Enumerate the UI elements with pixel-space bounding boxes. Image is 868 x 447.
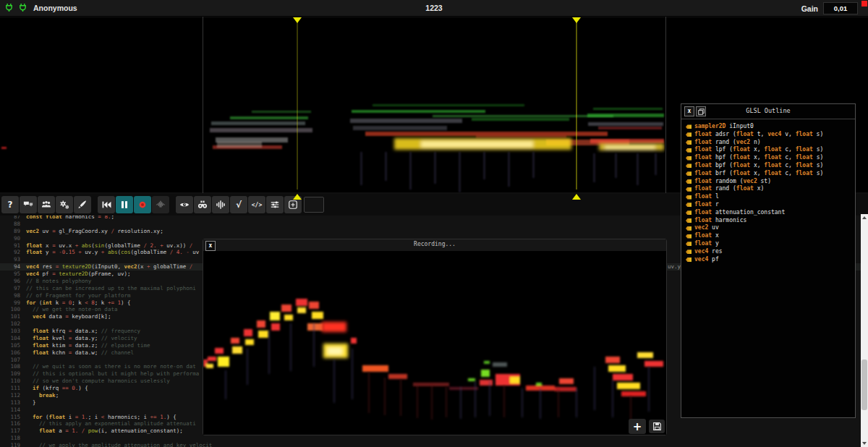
- code-text[interactable]: if (kfrq == 0.) {: [26, 385, 88, 392]
- recording-dialog-title: Recording...: [203, 241, 666, 247]
- code-text[interactable]: for (int k = 0; k < 8; k += 1) {: [26, 299, 131, 307]
- scrollbar-thumb[interactable]: [861, 359, 867, 410]
- outline-item[interactable]: float hpf (float x, float c, float s): [681, 154, 855, 162]
- recording-graphics: [203, 251, 666, 435]
- outline-item[interactable]: vec4 pf: [681, 256, 855, 264]
- code-text[interactable]: float ktim = data.z; // elpased time: [26, 342, 150, 349]
- code-text[interactable]: float a = 1. / pow(i, attenuation_consta…: [26, 427, 183, 435]
- code-text[interactable]: // this apply an exponential amplitude a…: [26, 420, 196, 427]
- outline-item[interactable]: sampler2D iInput0: [681, 123, 855, 131]
- outline-item-label: float l: [694, 193, 719, 201]
- outline-title: GLSL Outline: [681, 107, 855, 114]
- toolbar-pause-button[interactable]: [116, 196, 133, 213]
- outline-item[interactable]: float bpf (float x, float c, float s): [681, 162, 855, 170]
- playhead-marker[interactable]: [572, 17, 581, 190]
- outline-item-label: float r: [694, 201, 719, 209]
- fps-input[interactable]: [304, 197, 324, 213]
- outline-item-label: float bpf (float x, float c, float s): [694, 162, 823, 170]
- scroll-up-icon[interactable]: [861, 214, 868, 221]
- toolbar-settings-button[interactable]: [56, 196, 73, 213]
- code-text[interactable]: // we get the note-on data: [26, 306, 117, 313]
- tag-icon: [686, 234, 692, 239]
- code-text[interactable]: vec2 uv = gl_FragCoord.xy / resolution.x…: [26, 228, 163, 235]
- tag-icon: [686, 171, 692, 176]
- code-text[interactable]: // we quit as soon as there is no more n…: [26, 363, 196, 370]
- outline-item[interactable]: float x: [681, 232, 855, 240]
- tag-icon: [686, 250, 692, 254]
- code-text[interactable]: for (float i = 1.; i < harmonics; i += 1…: [26, 414, 176, 421]
- toolbar-oscilloscope-button[interactable]: [152, 196, 169, 213]
- code-text[interactable]: // this is optional but it might help wi…: [26, 370, 199, 378]
- code-text[interactable]: vec4 data = keyboard[k];: [26, 313, 111, 320]
- playhead-marker[interactable]: [293, 17, 302, 190]
- code-text[interactable]: float y = -0.15 + uv.y + abs(cos(globalT…: [26, 249, 199, 256]
- code-text[interactable]: // we apply the amplitude attenuation an…: [26, 442, 212, 447]
- toolbar-shader-editor-button[interactable]: </>: [248, 196, 265, 213]
- code-text[interactable]: // this can be increased up to the maxim…: [26, 285, 196, 292]
- toolbar-users-button[interactable]: [38, 196, 55, 213]
- code-text[interactable]: vec4 res = texture2D(iInput0, vec2(x + g…: [26, 263, 196, 271]
- code-row[interactable]: 119 // we apply the amplitude attenuatio…: [0, 442, 868, 447]
- toolbar-visibility-button[interactable]: [176, 196, 193, 213]
- code-text[interactable]: // 8 notes polyphony: [26, 278, 91, 285]
- toolbar-skip-to-start-button[interactable]: [98, 196, 115, 213]
- gain-input[interactable]: [823, 2, 858, 14]
- line-number: 93: [0, 256, 25, 263]
- toolbar-spectrum-button[interactable]: [212, 196, 229, 213]
- scroll-down-icon[interactable]: [861, 440, 868, 447]
- code-text[interactable]: float kchn = data.w; // channel: [26, 349, 134, 357]
- tag-icon: [686, 148, 692, 153]
- line-number: 110: [0, 378, 25, 385]
- code-text[interactable]: float x = uv.x + abs(sin(globalTime / 2.…: [26, 242, 196, 250]
- code-text[interactable]: const float harmonics = 8.;: [26, 216, 114, 221]
- outline-item[interactable]: vec4 res: [681, 248, 855, 256]
- code-text[interactable]: // so we don't compute harmonics useless…: [26, 378, 170, 385]
- code-text[interactable]: break;: [26, 392, 59, 399]
- line-number: 98: [0, 292, 25, 299]
- outline-item[interactable]: float harmonics: [681, 217, 855, 225]
- outline-item-label: float attenuation_constant: [694, 209, 785, 217]
- playhead-marker-handle[interactable]: [572, 194, 581, 200]
- outline-item[interactable]: float lpf (float x, float c, float s): [681, 146, 855, 154]
- outline-item-label: float x: [694, 232, 719, 240]
- outline-item-label: float lpf (float x, float c, float s): [694, 146, 823, 154]
- outline-item[interactable]: float l: [681, 193, 855, 201]
- line-number: 116: [0, 420, 25, 427]
- outline-item-label: float y: [694, 240, 719, 248]
- toolbar-chat-button[interactable]: [20, 196, 37, 213]
- save-icon[interactable]: [649, 420, 665, 433]
- line-number: 102: [0, 320, 25, 328]
- outline-item[interactable]: float r: [681, 201, 855, 209]
- outline-item[interactable]: float y: [681, 240, 855, 248]
- outline-item-label: vec2 uv: [694, 224, 719, 232]
- code-row[interactable]: 118: [0, 435, 868, 442]
- outline-item[interactable]: float random (vec2 st): [681, 178, 855, 186]
- toolbar-help-button[interactable]: ?: [1, 196, 19, 213]
- add-slice-button[interactable]: +: [629, 419, 646, 434]
- outline-item[interactable]: vec2 uv: [681, 224, 855, 232]
- line-number: 117: [0, 427, 25, 435]
- outline-item[interactable]: float rand (vec2 n): [681, 139, 855, 147]
- outline-item[interactable]: float attenuation_constant: [681, 209, 855, 217]
- code-text[interactable]: float kvel = data.y; // velocity: [26, 335, 137, 342]
- playhead-marker-handle[interactable]: [293, 194, 302, 200]
- outline-item[interactable]: float brf (float x, float c, float s): [681, 170, 855, 178]
- toolbar-inspect-button[interactable]: [194, 196, 211, 213]
- editor-scrollbar[interactable]: [861, 214, 868, 447]
- outline-titlebar[interactable]: x GLSL Outline: [681, 104, 855, 119]
- toolbar-record-button[interactable]: [134, 196, 151, 213]
- recording-dialog-titlebar[interactable]: x Recording...: [203, 239, 666, 252]
- recording-spectrogram-canvas: [203, 251, 666, 435]
- code-text[interactable]: }: [26, 399, 36, 406]
- code-text[interactable]: vec4 pf = texture2D(pFrame, uv);: [26, 271, 131, 278]
- line-number: 112: [0, 392, 25, 399]
- code-text[interactable]: float kfrq = data.x; // frequency: [26, 328, 140, 335]
- toolbar-controls-button[interactable]: [266, 196, 284, 213]
- outline-item[interactable]: float rand (float x): [681, 185, 855, 193]
- code-text[interactable]: // of Fragment for your platform: [26, 292, 131, 299]
- toolbar-paint-button[interactable]: [74, 196, 91, 213]
- line-number: 87: [0, 216, 25, 221]
- outline-item[interactable]: float adsr (float t, vec4 v, float s): [681, 131, 855, 139]
- toolbar-function-button[interactable]: √: [230, 196, 247, 213]
- line-number: 100: [0, 306, 25, 313]
